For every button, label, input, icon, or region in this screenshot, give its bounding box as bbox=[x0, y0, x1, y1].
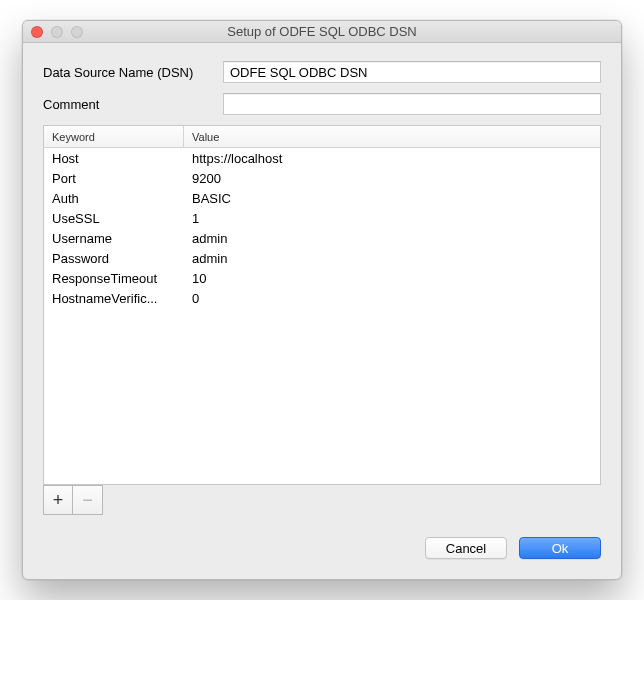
table-row[interactable]: Hosthttps://localhost bbox=[44, 148, 600, 168]
cell-value: BASIC bbox=[184, 191, 600, 206]
table-row[interactable]: AuthBASIC bbox=[44, 188, 600, 208]
plus-icon: + bbox=[53, 491, 64, 509]
table-button-group: + − bbox=[43, 485, 601, 515]
cell-value: 1 bbox=[184, 211, 600, 226]
column-header-value[interactable]: Value bbox=[184, 126, 600, 147]
content-area: Data Source Name (DSN) Comment Keyword V… bbox=[23, 43, 621, 579]
table-header: Keyword Value bbox=[44, 126, 600, 148]
cell-keyword: Password bbox=[44, 251, 184, 266]
minimize-icon bbox=[51, 26, 63, 38]
keyword-value-table: Keyword Value Hosthttps://localhostPort9… bbox=[43, 125, 601, 485]
cell-keyword: UseSSL bbox=[44, 211, 184, 226]
zoom-icon bbox=[71, 26, 83, 38]
window-title: Setup of ODFE SQL ODBC DSN bbox=[31, 24, 613, 39]
table-row[interactable]: HostnameVerific...0 bbox=[44, 288, 600, 308]
cell-value: admin bbox=[184, 251, 600, 266]
column-header-keyword[interactable]: Keyword bbox=[44, 126, 184, 147]
cancel-button[interactable]: Cancel bbox=[425, 537, 507, 559]
table-row[interactable]: Port9200 bbox=[44, 168, 600, 188]
cell-value: admin bbox=[184, 231, 600, 246]
comment-row: Comment bbox=[43, 93, 601, 115]
add-row-button[interactable]: + bbox=[43, 485, 73, 515]
remove-row-button[interactable]: − bbox=[73, 485, 103, 515]
cell-value: https://localhost bbox=[184, 151, 600, 166]
cell-value: 10 bbox=[184, 271, 600, 286]
dialog-footer: Cancel Ok bbox=[43, 537, 601, 559]
comment-input[interactable] bbox=[223, 93, 601, 115]
comment-label: Comment bbox=[43, 97, 223, 112]
dsn-row: Data Source Name (DSN) bbox=[43, 61, 601, 83]
ok-button[interactable]: Ok bbox=[519, 537, 601, 559]
cell-value: 9200 bbox=[184, 171, 600, 186]
close-icon[interactable] bbox=[31, 26, 43, 38]
cell-keyword: Username bbox=[44, 231, 184, 246]
table-row[interactable]: Passwordadmin bbox=[44, 248, 600, 268]
table-row[interactable]: ResponseTimeout10 bbox=[44, 268, 600, 288]
cell-keyword: ResponseTimeout bbox=[44, 271, 184, 286]
titlebar: Setup of ODFE SQL ODBC DSN bbox=[23, 21, 621, 43]
cell-keyword: Port bbox=[44, 171, 184, 186]
traffic-lights bbox=[31, 26, 83, 38]
dsn-input[interactable] bbox=[223, 61, 601, 83]
cell-keyword: HostnameVerific... bbox=[44, 291, 184, 306]
table-row[interactable]: Usernameadmin bbox=[44, 228, 600, 248]
table-body[interactable]: Hosthttps://localhostPort9200AuthBASICUs… bbox=[44, 148, 600, 484]
cell-value: 0 bbox=[184, 291, 600, 306]
dsn-label: Data Source Name (DSN) bbox=[43, 65, 223, 80]
table-row[interactable]: UseSSL1 bbox=[44, 208, 600, 228]
cell-keyword: Auth bbox=[44, 191, 184, 206]
dialog-window: Setup of ODFE SQL ODBC DSN Data Source N… bbox=[22, 20, 622, 580]
cell-keyword: Host bbox=[44, 151, 184, 166]
minus-icon: − bbox=[82, 491, 93, 509]
